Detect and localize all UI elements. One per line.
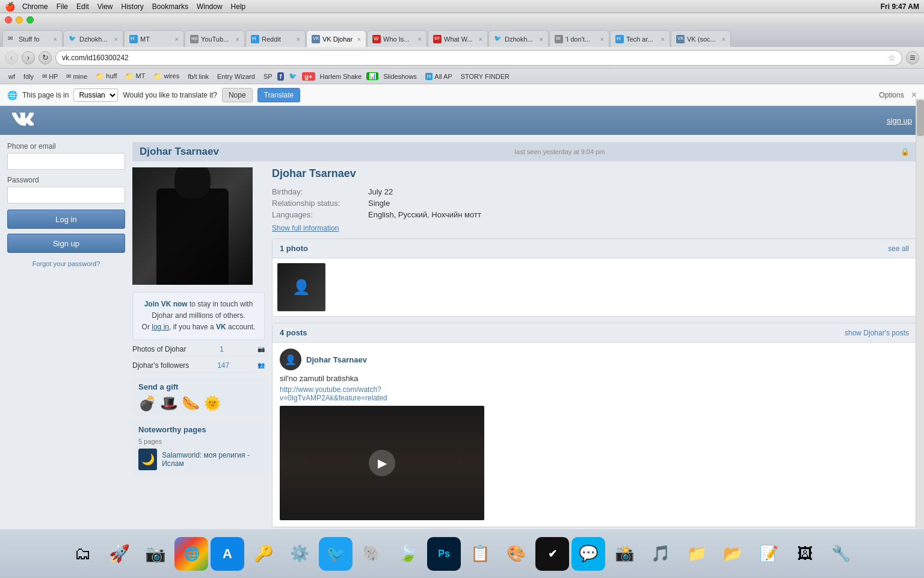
tab-tech[interactable]: H Tech ar... × bbox=[610, 30, 670, 47]
dock-docs[interactable]: 📋 bbox=[463, 537, 497, 571]
dock-colorpicker[interactable]: 🎨 bbox=[499, 537, 533, 571]
tab-close-idont[interactable]: × bbox=[598, 36, 604, 43]
gift-bomb[interactable]: 💣 bbox=[138, 395, 156, 412]
menu-bookmarks[interactable]: Bookmarks bbox=[152, 2, 188, 11]
bookmark-wf[interactable]: wf bbox=[5, 72, 19, 81]
translate-nope-button[interactable]: Nope bbox=[222, 88, 253, 102]
chrome-menu-button[interactable]: ≡ bbox=[906, 51, 919, 64]
translate-language-select[interactable]: Russian bbox=[73, 89, 118, 102]
post-link[interactable]: http://www.youtube.com/watch? v=0IgTvAMP… bbox=[280, 385, 909, 402]
dock-appstore[interactable]: A bbox=[211, 537, 244, 571]
show-posts-link[interactable]: show Djohar's posts bbox=[845, 329, 909, 337]
bookmark-entry[interactable]: Entry Wizard bbox=[214, 72, 259, 81]
tab-close-reddit[interactable]: × bbox=[294, 36, 300, 43]
signup-button[interactable]: Sign up bbox=[7, 234, 125, 253]
tab-idont[interactable]: W 'I don't... × bbox=[549, 30, 609, 47]
tab-what-w[interactable]: BF What W... × bbox=[428, 30, 488, 47]
dock-settings[interactable]: 🔧 bbox=[824, 537, 858, 571]
apple-menu[interactable]: 🍎 bbox=[5, 2, 15, 11]
menu-history[interactable]: History bbox=[122, 2, 144, 11]
dock-chrome[interactable]: 🌐 bbox=[174, 537, 208, 571]
dock-iphoto[interactable]: 📷 bbox=[138, 537, 172, 571]
post-video[interactable]: ▶ bbox=[280, 406, 484, 520]
login-button[interactable]: Log in bbox=[7, 210, 125, 229]
bookmark-mine[interactable]: ✉ mine bbox=[63, 72, 91, 81]
tab-reddit[interactable]: H Reddit × bbox=[245, 30, 306, 47]
gift-hat[interactable]: 🎩 bbox=[160, 395, 178, 412]
tab-close-mt[interactable]: × bbox=[173, 36, 179, 43]
bookmark-hp[interactable]: ✉ HP bbox=[38, 72, 61, 81]
tab-youtube[interactable]: wp YouTub... × bbox=[185, 30, 245, 47]
tab-stuff[interactable]: ✉ Stuff fo × bbox=[2, 30, 63, 47]
tab-djohar1[interactable]: 🐦 Dzhokh... × bbox=[63, 30, 123, 47]
tab-vk-soc[interactable]: VK VK (soc... × bbox=[671, 30, 731, 47]
show-full-info-link[interactable]: Show full information bbox=[272, 224, 917, 232]
dock-texteditor[interactable]: 📝 bbox=[752, 537, 786, 571]
dock-systemprefs[interactable]: ⚙️ bbox=[283, 537, 316, 571]
tab-close-djohar2[interactable]: × bbox=[537, 36, 543, 43]
bookmark-sp[interactable]: SP bbox=[260, 72, 276, 81]
bookmark-twitter[interactable]: 🐦 bbox=[285, 71, 301, 81]
menu-view[interactable]: View bbox=[97, 2, 113, 11]
vk-signup-link[interactable]: sign up bbox=[887, 116, 912, 125]
bookmark-huff[interactable]: 📁 huff bbox=[92, 71, 120, 81]
scrollbar[interactable] bbox=[916, 99, 924, 529]
tab-close-vk[interactable]: × bbox=[355, 36, 361, 43]
close-window-button[interactable] bbox=[5, 16, 12, 23]
bookmark-slideshows[interactable]: 📊 bbox=[366, 72, 378, 80]
dock-leaf[interactable]: 🍃 bbox=[391, 537, 425, 571]
tab-close-youtube[interactable]: × bbox=[233, 36, 239, 43]
dock-folder2[interactable]: 📂 bbox=[716, 537, 750, 571]
bookmark-storyfinder[interactable]: STORY FINDER bbox=[457, 72, 513, 81]
menu-chrome[interactable]: Chrome bbox=[22, 2, 48, 11]
tab-djohar2[interactable]: 🐦 Dzhokh... × bbox=[488, 30, 549, 47]
dock-nike[interactable]: ✔ bbox=[535, 537, 569, 571]
dock-skype[interactable]: 💬 bbox=[571, 537, 605, 571]
tab-close-vk2[interactable]: × bbox=[719, 36, 725, 43]
phone-email-input[interactable] bbox=[7, 153, 125, 170]
dock-keychain[interactable]: 🔑 bbox=[247, 537, 280, 571]
gift-sun[interactable]: 🌞 bbox=[203, 395, 221, 412]
tab-close-tech[interactable]: × bbox=[659, 36, 665, 43]
scrollbar-thumb[interactable] bbox=[917, 100, 924, 136]
tab-vk-djohar[interactable]: VK VK Djohar × bbox=[306, 30, 366, 47]
bookmark-wires[interactable]: 📁 wires bbox=[150, 71, 183, 81]
dock-itunes[interactable]: 🎵 bbox=[644, 537, 677, 571]
maximize-window-button[interactable] bbox=[26, 16, 34, 23]
minimize-window-button[interactable] bbox=[16, 16, 23, 23]
tab-close-who[interactable]: × bbox=[416, 36, 422, 43]
dock-finder[interactable]: 🗂 bbox=[66, 537, 100, 571]
gift-hotdog[interactable]: 🌭 bbox=[182, 395, 200, 412]
menu-window[interactable]: Window bbox=[197, 2, 223, 11]
bookmark-star[interactable]: ☆ bbox=[888, 53, 896, 63]
dock-launchpad[interactable]: 🚀 bbox=[102, 537, 136, 571]
play-button[interactable]: ▶ bbox=[369, 450, 395, 476]
tab-mt[interactable]: H MT × bbox=[124, 30, 184, 47]
bookmark-mt[interactable]: 📁 MT bbox=[122, 71, 149, 81]
password-input[interactable] bbox=[7, 187, 125, 204]
dock-evernote[interactable]: 🐘 bbox=[355, 537, 389, 571]
tab-close-what[interactable]: × bbox=[476, 36, 482, 43]
url-bar[interactable]: vk.com/id160300242 ☆ bbox=[55, 50, 902, 66]
bookmark-allap[interactable]: H All AP bbox=[422, 72, 456, 81]
tab-who-is[interactable]: W Who Is... × bbox=[367, 30, 427, 47]
bookmark-slideshows-label[interactable]: Slideshows bbox=[380, 72, 420, 81]
dock-iphoto2[interactable]: 📸 bbox=[608, 537, 641, 571]
dock-twitter[interactable]: 🐦 bbox=[319, 537, 353, 571]
bookmark-fb[interactable]: f bbox=[277, 72, 285, 81]
menu-file[interactable]: File bbox=[57, 2, 68, 11]
forward-button[interactable]: › bbox=[22, 51, 35, 64]
join-login-link[interactable]: log in bbox=[152, 323, 169, 331]
photo-thumb-1[interactable]: 👤 bbox=[277, 263, 325, 311]
bookmark-fdly[interactable]: fdly bbox=[20, 72, 37, 81]
reload-button[interactable]: ↻ bbox=[38, 51, 52, 64]
menu-help[interactable]: Help bbox=[231, 2, 246, 11]
tab-close-djohar1[interactable]: × bbox=[112, 36, 118, 43]
forgot-password-link[interactable]: Forgot your password? bbox=[7, 260, 125, 267]
menu-edit[interactable]: Edit bbox=[76, 2, 89, 11]
tab-close-stuff[interactable]: × bbox=[51, 36, 57, 43]
translate-button[interactable]: Translate bbox=[257, 88, 301, 102]
dock-folder1[interactable]: 📁 bbox=[680, 537, 713, 571]
bookmark-ginsights[interactable]: g+ bbox=[302, 72, 315, 81]
translate-options-link[interactable]: Options bbox=[879, 91, 904, 99]
